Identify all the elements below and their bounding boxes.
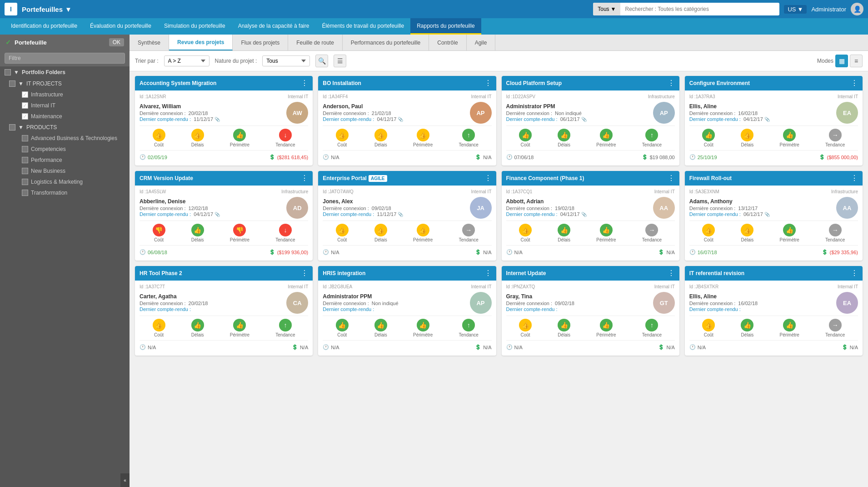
- sidebar-performance[interactable]: Performance: [0, 155, 130, 166]
- sidebar-internal-it[interactable]: ✓ Internal IT: [0, 100, 130, 111]
- card-menu-button[interactable]: ⋮: [668, 80, 675, 87]
- card-menu-button[interactable]: ⋮: [668, 270, 675, 277]
- region-selector[interactable]: US ▼: [784, 5, 807, 14]
- sort-select[interactable]: A > Z Z > A Date Priorité: [164, 55, 210, 66]
- card-last-report-link[interactable]: Dernier compte-rendu :: [689, 306, 741, 312]
- tab-controle[interactable]: Contrôle: [429, 35, 466, 50]
- card-body: Id :JB4SXTKR Internal IT Ellis, Aline De…: [685, 281, 863, 356]
- card-last-report-link[interactable]: Dernier compte-rendu :: [506, 306, 558, 312]
- card-menu-button[interactable]: ⋮: [851, 80, 858, 87]
- tab-synthese[interactable]: Synthèse: [130, 35, 169, 50]
- sidebar-ok-button[interactable]: OK: [109, 38, 124, 46]
- indicator-icon: ↑: [645, 129, 658, 141]
- card-person-name: Jones, Alex: [323, 198, 466, 205]
- nav-rapports[interactable]: Rapports du portefeuille: [410, 18, 481, 35]
- nav-identification[interactable]: Identification du portefeuille: [5, 18, 84, 35]
- card-last-login: Dernière connexion : 09/02/18: [323, 206, 466, 211]
- nav-capacite[interactable]: Analyse de la capacité à faire: [232, 18, 316, 35]
- money-icon: 💲: [475, 154, 481, 160]
- report-icon: 📎: [764, 117, 770, 122]
- card-footer: 🕐 N/A 💲 N/A: [323, 247, 491, 257]
- avatar[interactable]: 👤: [851, 3, 863, 15]
- advanced-business-checkbox[interactable]: [22, 135, 28, 141]
- sidebar-products[interactable]: ▼ PRODUCTS: [0, 122, 130, 133]
- filter-button[interactable]: ☰: [334, 55, 346, 67]
- nature-select[interactable]: Tous Infrastructure Internal IT Agile: [262, 55, 310, 66]
- card-last-report-link[interactable]: Dernier compte-rendu :: [140, 211, 191, 217]
- card-last-report-link[interactable]: Dernier compte-rendu :: [323, 211, 374, 217]
- performance-checkbox[interactable]: [22, 157, 28, 163]
- sidebar-collapse-button[interactable]: «: [120, 473, 130, 487]
- nav-evaluation[interactable]: Évaluation du portefeuille: [84, 18, 158, 35]
- tab-performances[interactable]: Performances du portefeuille: [343, 35, 429, 50]
- nav-elements[interactable]: Éléments de travail du portefeuille: [315, 18, 410, 35]
- internal-it-checkbox[interactable]: ✓: [22, 102, 28, 109]
- app-title[interactable]: Portefeuilles ▼: [22, 5, 72, 13]
- card-last-report-link[interactable]: Dernier compte-rendu :: [140, 306, 191, 312]
- card-last-report-link[interactable]: Dernier compte-rendu :: [140, 116, 191, 122]
- card-menu-button[interactable]: ⋮: [301, 270, 308, 277]
- project-card: Internet Update ⋮ Id :IPNZAXTQ Internal …: [502, 266, 679, 356]
- sidebar-infrastructure[interactable]: ✓ Infrastructure: [0, 89, 130, 100]
- indicator-icon: 👍: [417, 224, 429, 236]
- card-date: 🕐 02/05/19: [140, 154, 167, 160]
- search-tous-button[interactable]: Tous ▼: [593, 3, 620, 15]
- tab-agile[interactable]: Agile: [467, 35, 496, 50]
- sidebar-competencies[interactable]: Competencies: [0, 144, 130, 155]
- it-projects-checkbox[interactable]: [9, 80, 15, 87]
- tab-flux[interactable]: Flux des projets: [233, 35, 288, 50]
- grid-view-button[interactable]: ▦: [835, 55, 848, 67]
- card-last-report-link[interactable]: Dernier compte-rendu :: [506, 116, 558, 122]
- indicator-label: Délais: [374, 332, 387, 337]
- portfolio-folders-checkbox[interactable]: [5, 69, 11, 75]
- new-business-checkbox[interactable]: [22, 168, 28, 174]
- card-menu-button[interactable]: ⋮: [851, 270, 858, 277]
- search-button[interactable]: 🔍: [315, 55, 328, 67]
- card-person-info: Jones, Alex Dernière connexion : 09/02/1…: [323, 198, 466, 217]
- card-menu-button[interactable]: ⋮: [301, 80, 308, 87]
- card-menu-button[interactable]: ⋮: [484, 80, 492, 87]
- card-type: Internal IT: [471, 189, 491, 194]
- card-avatar: AP: [470, 292, 492, 314]
- card-budget-value: N/A: [300, 345, 308, 350]
- sidebar-logistics[interactable]: Logistics & Marketing: [0, 176, 130, 187]
- sidebar-it-projects[interactable]: ▼ IT PROJECTS: [0, 78, 130, 89]
- card-header: Configure Environment ⋮: [685, 76, 863, 90]
- card-last-report-link[interactable]: Dernier compte-rendu :: [323, 116, 374, 122]
- indicator-icon: 👍: [336, 319, 349, 331]
- card-menu-button[interactable]: ⋮: [668, 175, 675, 182]
- card-menu-button[interactable]: ⋮: [484, 270, 492, 277]
- tab-feuille[interactable]: Feuille de route: [288, 35, 343, 50]
- sidebar-group-portfolio-folders[interactable]: ▼ Portfolio Folders: [0, 66, 130, 78]
- card-last-report: Dernier compte-rendu : 04/12/17 📎: [323, 116, 466, 122]
- indicator: 👍 Coût: [519, 129, 532, 147]
- card-last-report-link[interactable]: Dernier compte-rendu :: [689, 211, 741, 217]
- search-input[interactable]: [620, 6, 779, 12]
- competencies-checkbox[interactable]: [22, 146, 28, 152]
- project-card: IT referential revision ⋮ Id :JB4SXTKR I…: [685, 266, 863, 356]
- list-view-button[interactable]: ≡: [850, 55, 863, 67]
- indicator: → Tendance: [642, 224, 662, 242]
- infrastructure-checkbox[interactable]: ✓: [22, 91, 28, 98]
- tab-revue[interactable]: Revue des projets: [169, 35, 233, 50]
- maintenance-checkbox[interactable]: ✓: [22, 113, 28, 120]
- card-id: Id :JB4SXTKR: [689, 284, 718, 289]
- card-last-report-link[interactable]: Dernier compte-rendu :: [506, 211, 558, 217]
- sidebar-maintenance[interactable]: ✓ Maintenance: [0, 111, 130, 122]
- logistics-checkbox[interactable]: [22, 179, 28, 185]
- card-last-report-link[interactable]: Dernier compte-rendu :: [323, 306, 374, 312]
- card-indicators: 👍 Coût 👍 Délais 👍 Périmètre ↑ Tendance: [140, 316, 308, 341]
- sidebar-filter-input[interactable]: [5, 53, 125, 64]
- card-last-report-link[interactable]: Dernier compte-rendu :: [689, 116, 741, 122]
- card-menu-button[interactable]: ⋮: [484, 175, 492, 182]
- sidebar-advanced-business[interactable]: Advanced Business & Technologies: [0, 133, 130, 144]
- products-checkbox[interactable]: [9, 124, 15, 131]
- indicator-icon: →: [829, 129, 842, 141]
- title-dropdown-arrow[interactable]: ▼: [65, 5, 72, 13]
- transformation-checkbox[interactable]: [22, 190, 28, 196]
- card-menu-button[interactable]: ⋮: [301, 175, 308, 182]
- nav-simulation[interactable]: Simulation du portefeuille: [158, 18, 232, 35]
- sidebar-new-business[interactable]: New Business: [0, 166, 130, 176]
- sidebar-transformation[interactable]: Transformation: [0, 187, 130, 198]
- card-menu-button[interactable]: ⋮: [851, 175, 858, 182]
